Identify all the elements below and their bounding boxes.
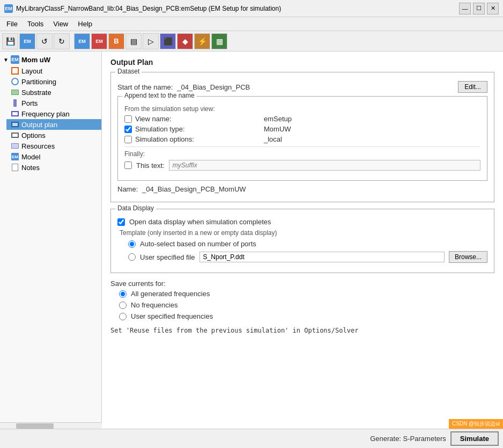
sidebar-item-layout[interactable]: Layout: [6, 65, 101, 76]
sim-type-label: Simulation type:: [135, 125, 185, 133]
resources-icon: [11, 142, 19, 150]
from-sim-label: From the simulation setup view:: [124, 105, 480, 113]
sidebar-item-options[interactable]: Options: [6, 130, 101, 141]
sidebar-label-options: Options: [21, 131, 46, 139]
layers-button[interactable]: ▤: [125, 33, 142, 49]
sidebar-label-resources: Resources: [21, 142, 55, 150]
sim-type-row: Simulation type: MomUW: [124, 125, 480, 133]
finally-section: Finally: This text:: [124, 150, 480, 171]
name-value: _04_Bias_Design_PCB_MomUW: [142, 185, 246, 193]
this-text-checkbox[interactable]: [124, 161, 132, 169]
sidebar-label-layout: Layout: [21, 67, 42, 75]
this-text-label: This text:: [136, 161, 165, 170]
user-freq-radio[interactable]: [119, 313, 127, 320]
sidebar-item-substrate[interactable]: Substrate: [6, 87, 101, 98]
no-freq-label: No frequencies: [131, 301, 177, 309]
title-bar-left: EM MyLibraryClassF_NarrowBand_lib:04_Bia…: [4, 4, 281, 13]
sidebar: ▼ EM Mom uW Layout Partitioning: [0, 52, 102, 429]
minimize-button[interactable]: —: [459, 3, 471, 14]
em-run2-button[interactable]: EM: [91, 33, 107, 49]
this-text-input[interactable]: [169, 160, 480, 171]
sidebar-item-output-plan[interactable]: Output plan: [6, 119, 101, 130]
sidebar-root-label: Mom uW: [21, 56, 50, 64]
auto-select-row: Auto-select based on number of ports: [128, 240, 487, 248]
cube-button[interactable]: ⬛: [160, 33, 176, 49]
sim-type-checkbox[interactable]: [124, 126, 132, 133]
user-file-radio[interactable]: [128, 253, 136, 261]
sidebar-item-ports[interactable]: Ports: [6, 98, 101, 108]
title-bar: EM MyLibraryClassF_NarrowBand_lib:04_Bia…: [0, 0, 503, 17]
sidebar-item-resources[interactable]: Resources: [6, 141, 101, 151]
view-name-label: View name:: [135, 115, 172, 123]
menu-view[interactable]: View: [49, 19, 72, 29]
sim-options-row: Simulation options: _local: [124, 135, 480, 143]
view-name-row: View name: emSetup: [124, 115, 480, 123]
model-icon: EM: [11, 152, 19, 161]
data-display-content: Open data display when simulation comple…: [117, 218, 487, 263]
window-title: MyLibraryClassF_NarrowBand_lib:04_Bias_D…: [16, 5, 281, 12]
menu-file[interactable]: File: [2, 19, 22, 29]
sidebar-item-model[interactable]: EM Model: [6, 151, 101, 162]
maximize-button[interactable]: ☐: [473, 3, 485, 14]
view-name-checkbox[interactable]: [124, 115, 132, 123]
diamond-button[interactable]: ◆: [177, 33, 193, 49]
auto-select-radio[interactable]: [128, 240, 136, 248]
close-button[interactable]: ✕: [487, 3, 499, 14]
user-file-row: User specified file Browse...: [128, 251, 487, 263]
open-data-checkbox[interactable]: [117, 218, 125, 226]
start-name-row: Start of the name: _04_Bias_Design_PCB E…: [117, 81, 487, 93]
b-button[interactable]: B: [108, 33, 124, 49]
output-icon: [11, 120, 19, 129]
all-freq-label: All generated frequencies: [131, 290, 210, 298]
name-label: Name:: [117, 185, 138, 193]
finally-label: Finally:: [124, 150, 480, 158]
ports-icon: [11, 99, 19, 107]
sim-type-checkbox-col: Simulation type:: [124, 125, 264, 133]
all-freq-row: All generated frequencies: [119, 290, 494, 298]
undo-button[interactable]: ↺: [36, 33, 53, 49]
user-file-label: User specified file: [140, 253, 195, 261]
sidebar-item-partitioning[interactable]: Partitioning: [6, 76, 101, 87]
simulate-button[interactable]: Simulate: [450, 431, 499, 446]
data-display-title: Data Display: [115, 204, 156, 212]
append-group: Append text to the name From the simulat…: [117, 96, 487, 181]
collapse-icon: ▼: [3, 57, 9, 63]
sidebar-root[interactable]: ▼ EM Mom uW: [0, 54, 101, 65]
save-button[interactable]: 💾: [2, 33, 18, 49]
save-section: Save currents for: All generated frequen…: [110, 280, 494, 336]
green-button[interactable]: ▩: [211, 33, 227, 49]
partitioning-icon: [11, 77, 19, 86]
sidebar-label-notes: Notes: [21, 164, 40, 172]
play-button[interactable]: ▷: [143, 33, 159, 49]
main-layout: ▼ EM Mom uW Layout Partitioning: [0, 52, 503, 429]
options-icon: [11, 131, 19, 139]
info-text: Set 'Reuse files from the previous simul…: [110, 325, 494, 336]
auto-select-label: Auto-select based on number of ports: [140, 240, 256, 248]
browse-button[interactable]: Browse...: [449, 251, 487, 263]
edit-button[interactable]: Edit...: [458, 81, 487, 93]
menu-tools[interactable]: Tools: [23, 19, 48, 29]
layout-icon: [11, 67, 19, 75]
sidebar-label-output-plan: Output plan: [21, 121, 57, 129]
sidebar-item-frequency-plan[interactable]: Frequency plan: [6, 108, 101, 119]
sim-options-label: Simulation options:: [135, 135, 194, 143]
menu-bar: File Tools View Help: [0, 17, 503, 31]
data-display-group: Data Display Open data display when simu…: [110, 209, 494, 273]
menu-help[interactable]: Help: [73, 19, 97, 29]
redo-button[interactable]: ↻: [54, 33, 70, 49]
sidebar-item-notes[interactable]: Notes: [6, 162, 101, 173]
open-data-row: Open data display when simulation comple…: [117, 218, 487, 226]
sidebar-label-partitioning: Partitioning: [21, 78, 56, 86]
sim-options-checkbox[interactable]: [124, 136, 132, 143]
no-freq-radio[interactable]: [119, 302, 127, 309]
no-freq-row: No frequencies: [119, 301, 494, 309]
user-file-input[interactable]: [199, 252, 445, 262]
all-freq-radio[interactable]: [119, 290, 127, 298]
window-controls[interactable]: — ☐ ✕: [459, 3, 499, 14]
em-run1-button[interactable]: EM: [74, 33, 90, 49]
em-icon-button[interactable]: EM: [19, 33, 35, 49]
sidebar-label-frequency-plan: Frequency plan: [21, 110, 70, 118]
open-data-label: Open data display when simulation comple…: [129, 218, 271, 226]
circuit-button[interactable]: ⚡: [194, 33, 210, 49]
sidebar-scrollbar[interactable]: [0, 422, 102, 429]
